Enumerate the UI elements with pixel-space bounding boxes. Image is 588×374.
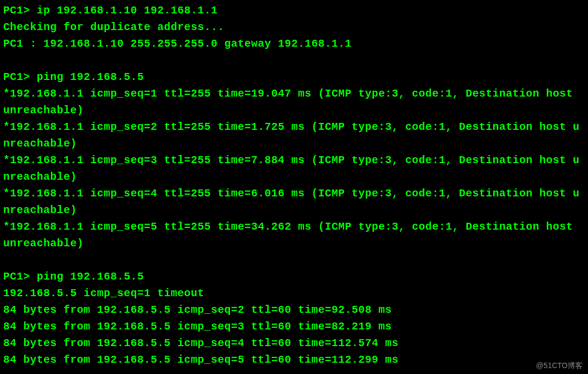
output-line: *192.168.1.1 icmp_seq=1 ttl=255 time=19.… (3, 87, 579, 116)
output-line: 192.168.5.5 icmp_seq=1 timeout (3, 287, 204, 299)
command-ping: ping 192.168.5.5 (37, 71, 144, 83)
prompt: PC1> (3, 270, 30, 283)
output-line: *192.168.1.1 icmp_seq=2 ttl=255 time=1.7… (3, 121, 579, 150)
output-line: PC1 : 192.168.1.10 255.255.255.0 gateway… (3, 38, 352, 50)
output-line: *192.168.1.1 icmp_seq=4 ttl=255 time=6.0… (3, 187, 579, 216)
output-line: 84 bytes from 192.168.5.5 icmp_seq=2 ttl… (3, 304, 392, 316)
prompt: PC1> (3, 4, 30, 17)
command-ip: ip 192.168.1.10 192.168.1.1 (37, 4, 218, 17)
prompt: PC1> (3, 71, 30, 83)
output-line: 84 bytes from 192.168.5.5 icmp_seq=3 ttl… (3, 320, 392, 333)
watermark: @51CTO博客 (536, 361, 583, 371)
terminal-output[interactable]: PC1> ip 192.168.1.10 192.168.1.1 Checkin… (0, 0, 588, 374)
output-line: 84 bytes from 192.168.5.5 icmp_seq=5 ttl… (3, 354, 399, 366)
output-line: Checking for duplicate address... (3, 21, 225, 33)
output-line: 84 bytes from 192.168.5.5 icmp_seq=4 ttl… (3, 337, 399, 349)
command-ping: ping 192.168.5.5 (37, 270, 144, 283)
output-line: *192.168.1.1 icmp_seq=5 ttl=255 time=34.… (3, 221, 579, 250)
output-line: *192.168.1.1 icmp_seq=3 ttl=255 time=7.8… (3, 154, 579, 183)
